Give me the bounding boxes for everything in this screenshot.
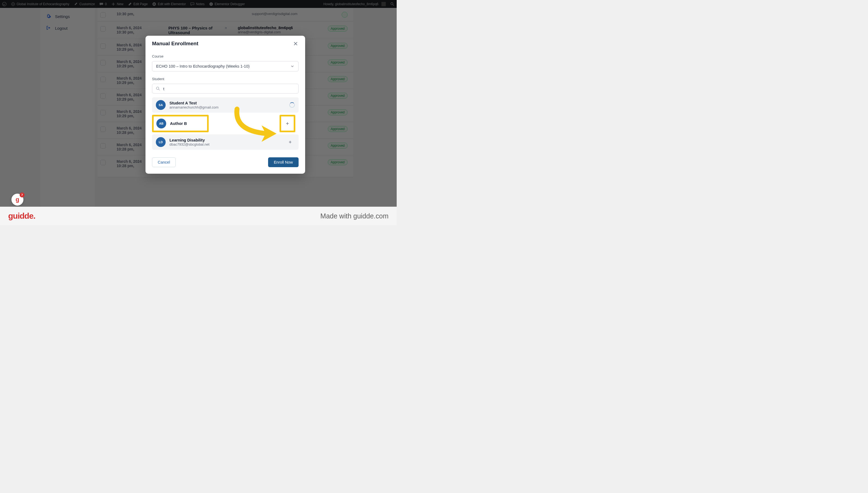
add-student-button[interactable] — [281, 116, 294, 131]
search-input[interactable] — [163, 86, 295, 91]
guidde-g-icon: g — [16, 196, 19, 203]
loading-spinner-icon — [289, 102, 295, 108]
avatar: AB — [156, 119, 166, 128]
svg-line-16 — [159, 89, 160, 90]
cancel-button[interactable]: Cancel — [152, 157, 176, 167]
close-button[interactable] — [293, 41, 299, 47]
guidde-bubble[interactable]: g 7 — [12, 194, 23, 206]
student-search[interactable] — [152, 84, 299, 93]
add-student-button[interactable] — [285, 137, 295, 147]
student-result-item[interactable]: SA Student A Test annamariechurchh@gmail… — [152, 97, 299, 113]
brand-bar: guidde. Made with guidde.com — [0, 207, 397, 225]
highlighted-add-button — [279, 115, 295, 132]
student-name: Learning Disability — [169, 138, 285, 142]
enroll-now-button[interactable]: Enroll Now — [268, 157, 299, 167]
student-email: dbac7932@sbcglobal.net — [169, 142, 285, 146]
student-name: Student A Test — [169, 101, 289, 105]
plus-icon — [285, 121, 290, 126]
highlighted-student: AB Author B — [152, 115, 209, 132]
course-select[interactable]: ECHO 100 – Intro to Echocardiography (We… — [152, 61, 299, 71]
student-result-item[interactable]: AB Author B — [154, 116, 207, 131]
avatar: SA — [156, 100, 166, 110]
student-label: Student — [152, 77, 299, 81]
search-icon — [156, 86, 160, 91]
student-name: Author B — [170, 121, 204, 126]
notification-badge: 7 — [20, 193, 24, 197]
manual-enrollment-modal: Manual Enrollment Course ECHO 100 – Intr… — [145, 36, 305, 174]
course-label: Course — [152, 54, 299, 58]
svg-point-15 — [156, 87, 159, 89]
avatar: LD — [156, 137, 166, 147]
modal-title: Manual Enrollment — [152, 41, 198, 47]
plus-icon — [288, 140, 292, 144]
student-email: annamariechurchh@gmail.com — [169, 105, 289, 109]
made-with-text: Made with guidde.com — [320, 212, 388, 220]
close-icon — [293, 41, 299, 47]
student-result-item[interactable]: LD Learning Disability dbac7932@sbcgloba… — [152, 134, 299, 150]
chevron-down-icon — [290, 64, 295, 68]
guidde-logo: guidde. — [8, 211, 36, 220]
course-value: ECHO 100 – Intro to Echocardiography (We… — [156, 64, 250, 68]
